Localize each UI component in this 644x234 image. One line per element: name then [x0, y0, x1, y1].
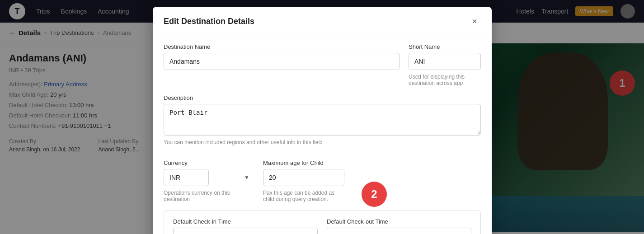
- currency-label: Currency: [164, 159, 254, 166]
- modal-title: Edit Destination Details: [164, 17, 254, 26]
- modal-header: Edit Destination Details ×: [153, 7, 492, 34]
- modal-body: Destination Name Short Name Used for dis…: [153, 34, 492, 234]
- description-hint: You can mention included regions and oth…: [164, 139, 481, 145]
- currency-select-wrapper: INR USD EUR ▼: [164, 169, 254, 186]
- modal-close-button[interactable]: ×: [468, 15, 481, 28]
- checkin-row: Default Check-in Time Default Check-out …: [173, 218, 471, 234]
- currency-age-row: Currency INR USD EUR ▼ Operations curren…: [164, 159, 481, 202]
- short-name-label: Short Name: [409, 43, 481, 50]
- checkout-group: Default Check-out Time: [327, 218, 471, 234]
- currency-group: Currency INR USD EUR ▼ Operations curren…: [164, 159, 254, 202]
- currency-hint: Operations currency on this destination: [164, 190, 254, 202]
- checkin-section: Default Check-in Time Default Check-out …: [164, 211, 481, 234]
- destination-name-input[interactable]: [164, 53, 400, 70]
- description-label: Description: [164, 94, 481, 101]
- max-child-age-label: Maximum age for Child: [263, 159, 344, 166]
- step-2-badge: 2: [362, 182, 387, 207]
- destination-name-group: Destination Name: [164, 43, 400, 86]
- short-name-group: Short Name Used for displaying this dest…: [409, 43, 481, 86]
- checkin-label: Default Check-in Time: [173, 218, 318, 225]
- chevron-down-icon: ▼: [244, 174, 249, 181]
- max-child-age-input[interactable]: [263, 169, 344, 186]
- short-name-input[interactable]: [409, 53, 481, 70]
- max-child-hint: Pax this age can be added as child durin…: [263, 190, 344, 202]
- max-child-age-group: Maximum age for Child Pax this age can b…: [263, 159, 344, 202]
- edit-destination-modal: Edit Destination Details × Destination N…: [153, 7, 492, 234]
- short-name-hint: Used for displaying this destination acr…: [409, 74, 481, 86]
- checkin-group: Default Check-in Time: [173, 218, 318, 234]
- name-row: Destination Name Short Name Used for dis…: [164, 43, 481, 86]
- modal-divider: [164, 152, 481, 152]
- description-textarea[interactable]: [164, 104, 481, 136]
- checkin-input[interactable]: [173, 228, 318, 234]
- checkout-input[interactable]: [327, 228, 471, 234]
- checkout-label: Default Check-out Time: [327, 218, 471, 225]
- currency-select[interactable]: INR USD EUR: [164, 169, 209, 186]
- description-group: Description You can mention included reg…: [164, 94, 481, 145]
- destination-name-label: Destination Name: [164, 43, 400, 50]
